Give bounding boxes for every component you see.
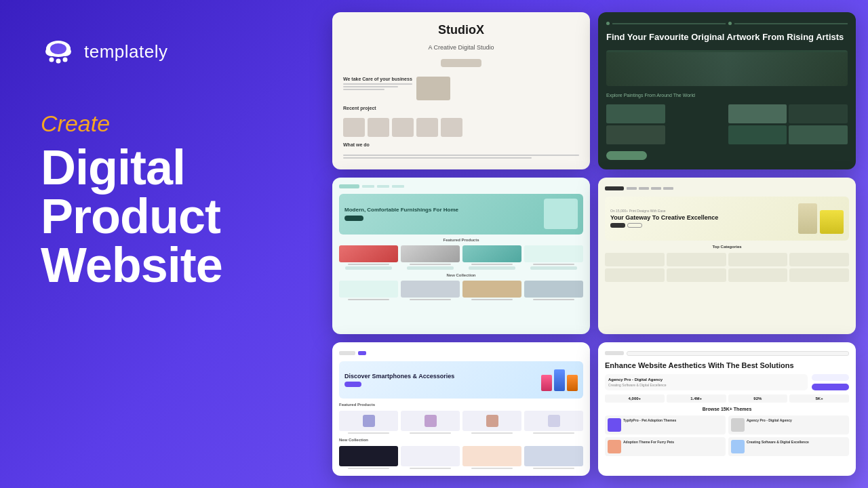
studiox-hero-img	[441, 59, 481, 67]
furniture-nav	[339, 184, 583, 188]
phones-product	[401, 411, 460, 434]
category-item	[789, 268, 849, 282]
product-line	[533, 264, 574, 265]
product-img	[401, 281, 460, 298]
art-subheading: Explore Paintings From Around The World	[606, 93, 848, 98]
product-icon	[548, 415, 560, 427]
phones-section2: New Collection	[339, 438, 583, 442]
art-headline: Find Your Favourite Original Artwork Fro…	[606, 32, 848, 43]
printpop-tiny: On 15,000+ Print Designs With Ease	[610, 209, 793, 213]
furniture-nav-links	[362, 185, 583, 188]
furniture-product	[401, 245, 460, 270]
agency-card1: Agency Pro - Digital Agency Creating Sof…	[605, 374, 808, 390]
product-btn	[407, 266, 454, 270]
screenshots-grid: StudioX A Creative Digital Studio We tak…	[332, 0, 868, 488]
product-img	[339, 245, 398, 262]
agency-nav-logo	[605, 351, 624, 355]
agency-headline: Enhance Website Aesthetics With The Best…	[605, 361, 849, 370]
furniture-product	[401, 281, 460, 300]
phone-device	[554, 369, 565, 391]
art-grid-item	[606, 104, 665, 123]
screenshot-studiox: StudioX A Creative Digital Studio We tak…	[332, 12, 590, 169]
agency-browse-label: Browse 15K+ Themes	[605, 407, 849, 411]
agency-stats: 4,000+ 1.4M+ 92% 5K+	[605, 394, 849, 403]
studiox-section3: What we do	[343, 142, 579, 147]
hero-headline: Digital Product Website	[41, 143, 298, 289]
printpop-hero: On 15,000+ Print Designs With Ease Your …	[605, 197, 849, 241]
product-line	[471, 264, 513, 265]
text-line	[343, 83, 412, 85]
theme-title: Adoption Theme For Furry Pets	[623, 440, 723, 444]
product-line	[471, 468, 513, 469]
product-btn	[345, 266, 393, 270]
art-grid-item	[789, 104, 848, 123]
product-icon	[363, 415, 375, 427]
stat-num: 5K+	[791, 396, 847, 401]
product-img	[462, 446, 521, 466]
theme-img	[608, 418, 621, 432]
print-notebooks	[820, 210, 844, 234]
studiox-subtitle: A Creative Digital Studio	[343, 44, 579, 51]
agency-hero: Agency Pro - Digital Agency Creating Sof…	[605, 374, 849, 390]
theme-title: TypifyPro - Pet Adoption Themes	[623, 418, 723, 422]
printpop-nav-links	[627, 187, 673, 190]
screenshot-smartphones: Discover Smartphones & Accessories Featu…	[332, 342, 590, 476]
art-cta-button	[606, 151, 647, 159]
furniture-product	[524, 245, 583, 270]
nav-dot	[728, 22, 732, 25]
phones-hero: Discover Smartphones & Accessories	[339, 361, 583, 399]
product-icon	[486, 415, 498, 427]
phones-product	[462, 411, 521, 434]
phones-nav-accent	[358, 351, 366, 355]
category-item	[728, 268, 788, 282]
theme-card: Adoption Theme For Furry Pets	[605, 437, 726, 456]
agency-nav-search	[627, 351, 849, 356]
furniture-hero-btn	[344, 216, 363, 221]
nav-link	[639, 187, 649, 190]
left-panel: templately Create Digital Product Websit…	[0, 0, 332, 488]
art-grid-item	[789, 125, 848, 144]
product-line	[348, 468, 389, 469]
category-item	[605, 253, 665, 266]
recent-item	[368, 118, 389, 137]
printpop-btn-primary	[610, 223, 625, 228]
theme-img	[608, 440, 621, 453]
product-img	[524, 281, 583, 298]
headline-line3: Website	[41, 238, 222, 292]
theme-img	[731, 440, 745, 453]
theme-card: Agency Pro - Digital Agency	[728, 415, 849, 434]
theme-title: Creating Software & Digital Excellence	[747, 440, 846, 444]
printpop-nav	[605, 184, 849, 192]
theme-card: TypifyPro - Pet Adoption Themes	[605, 415, 726, 434]
studiox-logo: StudioX	[343, 23, 579, 37]
printpop-categories-grid	[605, 253, 849, 282]
product-line	[348, 299, 389, 300]
recent-item	[441, 118, 462, 137]
phones-product	[462, 446, 521, 469]
art-grid-item	[667, 104, 726, 123]
svg-point-3	[50, 58, 54, 62]
product-line	[410, 468, 451, 469]
agency-nav	[605, 349, 849, 357]
product-line	[410, 299, 451, 300]
furniture-products	[339, 245, 583, 270]
phone-device	[541, 375, 552, 391]
product-img	[339, 281, 398, 298]
studiox-business-img	[416, 77, 450, 100]
phones-nav-logo	[339, 351, 355, 355]
product-img	[462, 411, 521, 431]
product-img	[401, 245, 460, 262]
nav-link	[627, 187, 637, 190]
product-img	[462, 281, 521, 298]
text-line	[343, 155, 579, 156]
nav-link	[392, 185, 404, 188]
category-item	[605, 268, 665, 282]
furniture-nav-logo	[339, 184, 359, 188]
product-img	[524, 245, 583, 262]
screenshot-printpop: On 15,000+ Print Designs With Ease Your …	[598, 178, 856, 335]
text-line	[343, 86, 398, 87]
recent-item	[416, 118, 438, 137]
screenshot-art-gallery: Find Your Favourite Original Artwork Fro…	[598, 12, 856, 169]
agency-themes: TypifyPro - Pet Adoption Themes Agency P…	[605, 415, 849, 456]
nav-link	[362, 185, 374, 188]
